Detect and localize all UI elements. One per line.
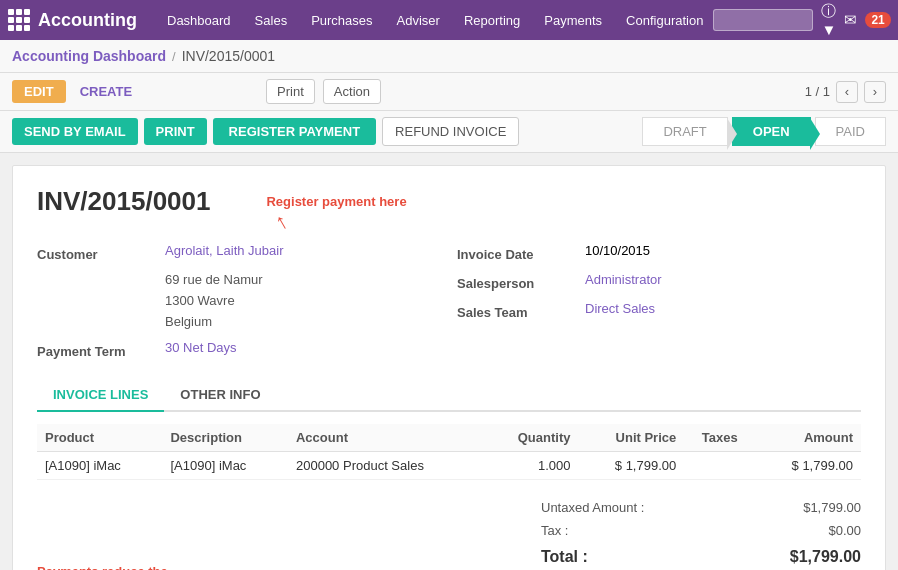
payment-term-label: Payment Term [37, 340, 157, 363]
col-taxes: Taxes [684, 424, 755, 452]
nav-payments[interactable]: Payments [534, 9, 612, 32]
untaxed-label: Untaxed Amount : [541, 500, 660, 515]
total-value: $1,799.00 [771, 548, 861, 566]
bottom-annotation-text: Payments reduce the amount due of the in… [37, 563, 197, 570]
send-email-button[interactable]: SEND BY EMAIL [12, 118, 138, 145]
untaxed-row: Untaxed Amount : $1,799.00 [541, 496, 861, 519]
create-button[interactable]: CREATE [72, 80, 140, 103]
col-quantity: Quantity [485, 424, 579, 452]
pagination-area: 1 / 1 ‹ › [805, 81, 886, 103]
address-line-1: 69 rue de Namur [165, 270, 441, 291]
address-line-3: Belgium [165, 312, 441, 333]
next-button[interactable]: › [864, 81, 886, 103]
nav-reporting[interactable]: Reporting [454, 9, 530, 32]
breadcrumb-current: INV/2015/0001 [182, 48, 275, 64]
app-name: Accounting [38, 10, 137, 31]
tab-invoice-lines[interactable]: INVOICE LINES [37, 379, 164, 412]
table-header-row: Product Description Account Quantity Uni… [37, 424, 861, 452]
address-line-2: 1300 Wavre [165, 291, 441, 312]
total-label: Total : [541, 548, 604, 566]
customer-name[interactable]: Agrolait, Laith Jubair [165, 243, 284, 266]
table-row: [A1090] iMac [A1090] iMac 200000 Product… [37, 452, 861, 480]
prev-button[interactable]: ‹ [836, 81, 858, 103]
bottom-annotation: Payments reduce the amount due of the in… [37, 563, 265, 570]
totals-table: Untaxed Amount : $1,799.00 Tax : $0.00 T… [541, 496, 861, 570]
tax-label: Tax : [541, 523, 584, 538]
edit-button[interactable]: EDIT [12, 80, 66, 103]
invoice-date-label: Invoice Date [457, 243, 577, 266]
register-annotation-text: Register payment here [266, 194, 406, 209]
nav-adviser[interactable]: Adviser [387, 9, 450, 32]
refund-invoice-button[interactable]: REFUND INVOICE [382, 117, 519, 146]
messages-badge[interactable]: 21 [865, 12, 890, 28]
cell-amount: $ 1,799.00 [755, 452, 861, 480]
breadcrumb-separator: / [172, 49, 176, 64]
invoice-info-grid: Customer Agrolait, Laith Jubair 69 rue d… [37, 243, 861, 363]
untaxed-value: $1,799.00 [771, 500, 861, 515]
sales-team-value[interactable]: Direct Sales [585, 301, 655, 324]
total-row: Total : $1,799.00 [541, 542, 861, 570]
col-account: Account [288, 424, 485, 452]
app-logo: Accounting [8, 9, 137, 31]
sales-team-label: Sales Team [457, 301, 577, 324]
action-bar: EDIT CREATE Print Action 1 / 1 ‹ › [0, 73, 898, 111]
register-payment-button[interactable]: REGISTER PAYMENT [213, 118, 376, 145]
sales-team-row: Sales Team Direct Sales [457, 301, 861, 324]
grid-icon [8, 9, 30, 31]
status-steps: DRAFT OPEN PAID [642, 117, 886, 146]
tab-other-info[interactable]: OTHER INFO [164, 379, 276, 412]
status-draft: DRAFT [642, 117, 727, 146]
action-dropdown[interactable]: Action [323, 79, 381, 104]
nav-configuration[interactable]: Configuration [616, 9, 713, 32]
print-invoice-button[interactable]: PRINT [144, 118, 207, 145]
status-paid: PAID [815, 117, 886, 146]
print-dropdown[interactable]: Print [266, 79, 315, 104]
invoice-title: INV/2015/0001 [37, 186, 210, 217]
cell-taxes [684, 452, 755, 480]
cell-description: [A1090] iMac [162, 452, 287, 480]
invoice-table: Product Description Account Quantity Uni… [37, 424, 861, 480]
breadcrumb: Accounting Dashboard / INV/2015/0001 [0, 40, 898, 73]
mail-icon[interactable]: ✉ [844, 11, 857, 29]
nav-dashboard[interactable]: Dashboard [157, 9, 241, 32]
salesperson-value[interactable]: Administrator [585, 272, 662, 295]
salesperson-label: Salesperson [457, 272, 577, 295]
navbar: Accounting Dashboard Sales Purchases Adv… [0, 0, 898, 40]
payment-term-row: Payment Term 30 Net Days [37, 340, 441, 363]
col-product: Product [37, 424, 162, 452]
cell-account: 200000 Product Sales [288, 452, 485, 480]
status-bar: SEND BY EMAIL PRINT REGISTER PAYMENT REF… [0, 111, 898, 153]
payment-term-value[interactable]: 30 Net Days [165, 340, 237, 363]
col-amount: Amount [755, 424, 861, 452]
cell-product: [A1090] iMac [37, 452, 162, 480]
status-open: OPEN [732, 117, 811, 146]
tax-row: Tax : $0.00 [541, 519, 861, 542]
col-unit-price: Unit Price [578, 424, 684, 452]
invoice-date-row: Invoice Date 10/10/2015 [457, 243, 861, 266]
annotation-arrow-up: ↑ [271, 208, 294, 236]
main-content: INV/2015/0001 Register payment here ↑ Cu… [12, 165, 886, 570]
pagination-text: 1 / 1 [805, 84, 830, 99]
navbar-menu: Dashboard Sales Purchases Adviser Report… [157, 9, 713, 32]
cell-unit-price: $ 1,799.00 [578, 452, 684, 480]
left-info: Customer Agrolait, Laith Jubair 69 rue d… [37, 243, 441, 363]
totals-area: Payments reduce the amount due of the in… [37, 496, 861, 570]
tabs: INVOICE LINES OTHER INFO [37, 379, 861, 412]
navbar-right: ⓘ ▼ ✉ 21 [713, 2, 890, 38]
navbar-search-input[interactable] [713, 9, 813, 31]
invoice-date-value: 10/10/2015 [585, 243, 650, 266]
nav-purchases[interactable]: Purchases [301, 9, 382, 32]
help-icon[interactable]: ⓘ ▼ [821, 2, 836, 38]
customer-address: 69 rue de Namur 1300 Wavre Belgium [165, 270, 441, 332]
customer-row: Customer Agrolait, Laith Jubair [37, 243, 441, 266]
tax-value: $0.00 [771, 523, 861, 538]
col-description: Description [162, 424, 287, 452]
register-annotation: Register payment here ↑ [266, 194, 406, 235]
nav-sales[interactable]: Sales [245, 9, 298, 32]
breadcrumb-parent[interactable]: Accounting Dashboard [12, 48, 166, 64]
right-info: Invoice Date 10/10/2015 Salesperson Admi… [457, 243, 861, 363]
customer-label: Customer [37, 243, 157, 266]
salesperson-row: Salesperson Administrator [457, 272, 861, 295]
cell-quantity: 1.000 [485, 452, 579, 480]
